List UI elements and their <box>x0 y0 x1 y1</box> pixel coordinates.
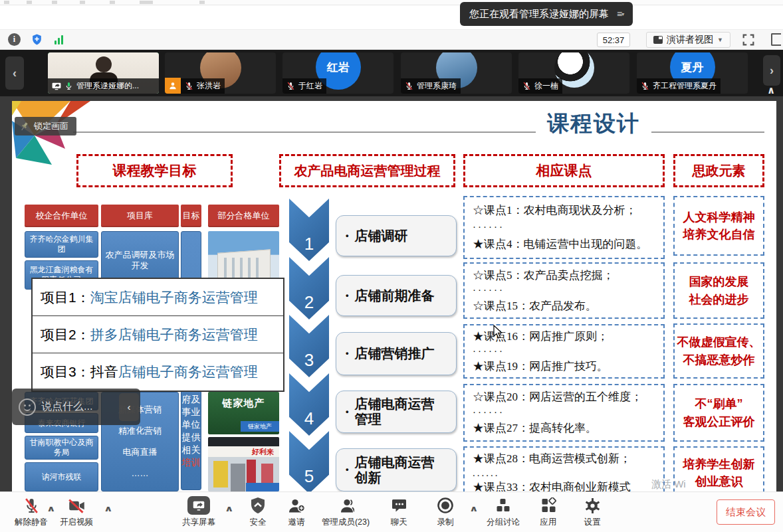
participant-name: 于红岩 <box>298 80 322 92</box>
partner-cell: 讷河市残联 <box>25 462 98 491</box>
background-glyph <box>140 1 153 4</box>
invite-icon <box>288 496 306 515</box>
process-chevron: 4 <box>289 373 329 436</box>
bubble-collapse-icon[interactable]: ‹ <box>119 393 139 421</box>
shield-plus-icon[interactable] <box>31 33 43 46</box>
video-thumbnail-strip: ‹ 管理系逯娅娜的... 张洪岩 红岩 于红岩 <box>0 50 783 96</box>
title-rule-line <box>73 132 764 133</box>
mic-muted-icon <box>23 496 40 515</box>
screen-sharing-icon <box>52 82 61 90</box>
lianjia-tag: 链家地产 <box>241 421 279 432</box>
ideology-box: 国家的发展社会的进步 <box>673 262 764 319</box>
settings-icon <box>584 496 601 515</box>
info-icon[interactable]: i <box>8 33 21 46</box>
end-meeting-button[interactable]: 结束会议 <box>717 499 775 525</box>
chat-placeholder[interactable]: 说点什么... <box>41 400 119 414</box>
participant-name: 齐工程管理系夏丹 <box>653 80 717 92</box>
settings-button[interactable]: 设置 <box>556 496 629 528</box>
layout-view-icon <box>653 36 663 44</box>
members-icon <box>337 496 354 515</box>
ideology-box: 不“刷单”客观公正评价 <box>673 384 764 442</box>
chat-icon <box>391 496 407 515</box>
section-header-process: 农产品电商运营管理过程 <box>279 154 455 187</box>
pin-icon <box>20 122 29 132</box>
mic-muted-icon <box>522 82 531 90</box>
process-chevron: 1 <box>289 199 329 261</box>
mouse-cursor <box>493 325 503 339</box>
lesson-box: ★课点28：电商运营模式创新；......★课点33：农村电商创业新模式 <box>463 446 665 491</box>
video-options-caret[interactable]: ∧ <box>104 504 113 513</box>
participant-tile[interactable]: 管理系康琦 <box>401 52 512 94</box>
mic-muted-icon <box>185 82 193 90</box>
mic-muted-icon <box>641 82 649 90</box>
lianjia-photo: 链家地产 链家地产 <box>208 392 279 434</box>
section-header-goals: 课程教学目标 <box>76 154 233 187</box>
signal-bars-icon[interactable] <box>55 35 63 44</box>
emoji-icon[interactable] <box>19 399 36 416</box>
process-step: •店铺营销推广 <box>336 332 457 375</box>
chevron-down-icon: ▼ <box>717 37 723 43</box>
background-glyph <box>199 1 205 4</box>
activate-watermark: 激活 Wi <box>651 478 686 491</box>
share-screen-icon <box>187 496 210 515</box>
record-icon <box>437 496 454 515</box>
ideology-box: 培养学生创新创业意识 <box>673 446 764 491</box>
table-header: 目标 <box>181 205 201 227</box>
view-mode-dropdown[interactable]: 演讲者视图 ▼ <box>646 32 730 48</box>
shared-screen-stage: 课程设计 锁定画面 课程教学目标 农产品电商运营管理过程 相应课点 思政元素 校… <box>0 96 783 491</box>
table-header: 项目库 <box>101 205 179 227</box>
process-step: •店铺调研 <box>336 215 457 256</box>
watching-screen-banner[interactable]: 您正在观看管理系逯娅娜的屏幕 ≡▾ <box>460 2 633 26</box>
side-panel-icon[interactable] <box>771 33 781 46</box>
project-row: 项目3：抖音店铺电子商务运营管理 <box>33 353 283 391</box>
view-mode-label: 演讲者视图 <box>667 34 713 46</box>
participant-tile[interactable]: 红岩 于红岩 <box>282 52 393 94</box>
lesson-box: ☆课点5：农产品卖点挖掘；······☆课点15：农产品发布。 <box>463 262 665 319</box>
participant-name: 管理系逯娅娜的... <box>76 80 139 92</box>
process-chevron: 3 <box>289 315 329 377</box>
banner-menu-icon[interactable]: ≡▾ <box>617 9 623 19</box>
participant-tile[interactable]: 管理系逯娅娜的... <box>48 52 159 94</box>
background-glyph <box>4 1 9 4</box>
strip-collapse-icon[interactable]: ∧ <box>767 84 775 96</box>
avatar <box>96 56 112 72</box>
person-badge-icon <box>165 78 181 94</box>
participant-tile[interactable]: 徐一楠 <box>518 52 629 94</box>
chat-quick-bubble[interactable]: 说点什么... ‹ <box>12 389 140 425</box>
strip-next-button[interactable]: › <box>763 55 780 86</box>
watching-screen-text: 您正在观看管理系逯娅娜的屏幕 <box>469 8 609 21</box>
breakout-icon <box>495 496 512 515</box>
mic-muted-icon <box>286 82 295 90</box>
project-row: 项目1：淘宝店铺电子商务运营管理 <box>33 279 283 316</box>
presentation-slide: 课程设计 锁定画面 课程教学目标 农产品电商运营管理过程 相应课点 思政元素 校… <box>12 101 776 491</box>
table-header: 校企合作单位 <box>25 205 98 227</box>
start-video-button[interactable]: 开启视频 <box>40 496 113 528</box>
background-glyph <box>52 1 57 4</box>
pin-screen-button[interactable]: 锁定画面 <box>15 117 76 135</box>
strip-prev-button[interactable]: ‹ <box>5 56 24 90</box>
background-glyph <box>110 1 115 4</box>
ideology-box: 不做虚假宣传、不搞恶意炒作 <box>673 323 764 379</box>
background-window-edge <box>0 0 783 5</box>
lesson-box: ☆课点20：网店运营的五个维度；······★课点27：提高转化率。 <box>463 384 665 442</box>
process-chevron: 5 <box>289 431 329 491</box>
participant-tile[interactable]: 夏丹 齐工程管理系夏丹 <box>637 52 748 94</box>
project-row: 项目2：拼多店铺电子商务运营管理 <box>33 316 283 353</box>
fullscreen-icon[interactable] <box>741 33 756 50</box>
slide-title: 课程设计 <box>536 109 651 139</box>
process-step: •店铺电商运营创新 <box>336 448 457 491</box>
holiland-photo: 好利来 <box>208 437 279 491</box>
notification-row: 您正在观看管理系逯娅娜的屏幕 ≡▾ <box>0 5 783 30</box>
meeting-controls-toolbar: 解除静音 ∧ 开启视频 ∧ 共享屏幕 ∧ 安全 邀请 管理成员(23) <box>0 491 783 532</box>
apps-icon <box>540 496 557 515</box>
goal-text: 府及事业单位提供相关培训 <box>181 393 201 469</box>
partner-cell: 甘南职教中心及商务局 <box>25 436 98 460</box>
process-chevron: 2 <box>289 257 329 319</box>
meeting-timer: 52:37 <box>597 33 630 47</box>
meeting-status-bar: i 52:37 演讲者视图 ▼ <box>0 30 783 50</box>
mic-muted-icon <box>405 82 413 90</box>
table-header: 部分合格单位 <box>208 205 279 227</box>
background-glyph <box>27 1 32 4</box>
section-header-lessons: 相应课点 <box>463 154 665 187</box>
participant-tile[interactable]: 张洪岩 <box>165 52 276 94</box>
